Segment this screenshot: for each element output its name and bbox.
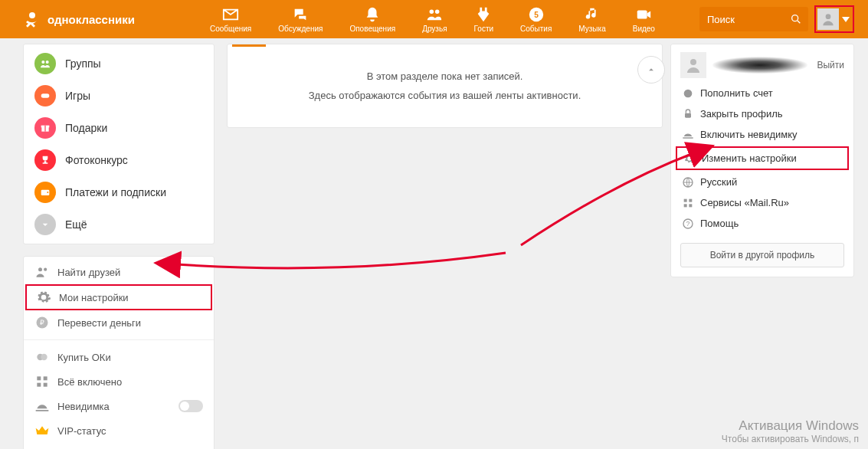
logout-link[interactable]: Выйти <box>817 60 844 70</box>
envelope-icon <box>222 6 239 23</box>
feed-empty-subtitle: Здесь отображаются события из вашей лент… <box>309 90 581 101</box>
sidebar-item-my-settings[interactable]: Мои настройки <box>25 284 212 310</box>
nav-discussions-label: Обсуждения <box>278 25 323 33</box>
svg-point-17 <box>44 268 47 271</box>
sidebar-item-games[interactable]: Игры <box>24 80 214 112</box>
sidebar-label: Невидимка <box>57 401 110 412</box>
sidebar-item-vip[interactable]: VIP-статус <box>24 418 214 443</box>
dropdown-label: Помощь <box>700 218 739 229</box>
gifts-icon <box>34 117 56 139</box>
invisible-toggle[interactable] <box>179 400 203 412</box>
sidebar-label: Ещё <box>65 218 87 231</box>
nav-events-label: События <box>520 25 552 33</box>
site-logo[interactable]: одноклассники <box>23 10 135 28</box>
nav-messages-label: Сообщения <box>210 25 251 33</box>
nav-events[interactable]: 5 События <box>520 6 552 33</box>
search-icon <box>790 13 802 25</box>
friends-icon <box>34 264 50 280</box>
friends-icon <box>426 6 443 23</box>
sidebar-label: Перевести деньги <box>57 317 141 329</box>
hat-icon <box>682 129 694 141</box>
site-name: одноклассники <box>47 13 135 26</box>
scroll-top-button[interactable] <box>637 56 665 84</box>
nav-friends-label: Друзья <box>422 25 447 33</box>
lock-icon <box>682 108 694 120</box>
nav-video[interactable]: Видео <box>633 6 655 33</box>
svg-rect-25 <box>44 383 47 387</box>
nav-discussions[interactable]: Обсуждения <box>278 6 323 33</box>
nav-music[interactable]: Музыка <box>578 6 605 33</box>
ruble-icon: ₽ <box>34 315 50 330</box>
sidebar-item-buy-ok[interactable]: Купить ОКи <box>24 345 214 369</box>
help-icon: ? <box>682 218 694 230</box>
sidebar-item-photocontest[interactable]: Фотоконкурс <box>24 144 214 176</box>
svg-text:5: 5 <box>534 10 539 18</box>
svg-text:?: ? <box>686 220 690 228</box>
windows-activation-watermark: Активация Windows Чтобы активировать Win… <box>722 418 859 444</box>
svg-point-8 <box>41 61 44 64</box>
watermark-sub: Чтобы активировать Windows, п <box>722 434 859 444</box>
svg-rect-36 <box>684 204 687 207</box>
avatar-icon <box>680 52 706 78</box>
coins-icon <box>682 87 694 100</box>
dropdown-item-change-settings[interactable]: Изменить настройки <box>676 146 849 170</box>
sidebar-label: Мои настройки <box>59 292 129 303</box>
sidebar-label: Найти друзей <box>57 267 120 278</box>
nav-guests[interactable]: Гости <box>474 6 493 33</box>
sidebar-item-find-friends[interactable]: Найти друзей <box>24 260 214 284</box>
login-other-profile-button[interactable]: Войти в другой профиль <box>680 243 844 267</box>
sidebar-secondary-panel: Найти друзей Мои настройки ₽ Перевести д… <box>23 256 215 449</box>
wallet-icon <box>34 182 56 203</box>
dropdown-item-help[interactable]: ? Помощь <box>671 213 853 234</box>
dropdown-label: Русский <box>700 176 737 188</box>
grid-icon <box>682 197 694 209</box>
sidebar-item-decorate[interactable]: Украсить страницу <box>24 443 214 449</box>
search-box <box>699 7 808 31</box>
dropdown-item-invisible[interactable]: Включить невидимку <box>671 124 853 145</box>
dropdown-item-close-profile[interactable]: Закрыть профиль <box>671 103 853 124</box>
sidebar-item-gifts[interactable]: Подарки <box>24 112 214 144</box>
watermark-title: Активация Windows <box>722 418 859 434</box>
svg-rect-10 <box>41 93 50 97</box>
nav-friends[interactable]: Друзья <box>422 6 447 33</box>
events-icon: 5 <box>528 6 545 23</box>
dropdown-item-language[interactable]: Русский <box>671 172 853 192</box>
profile-menu-button[interactable] <box>814 5 854 33</box>
nav-notifications[interactable]: Оповещения <box>349 6 395 33</box>
top-nav: Сообщения Обсуждения Оповещения Друзья Г… <box>165 6 699 33</box>
svg-rect-37 <box>689 204 692 207</box>
globe-icon <box>682 176 694 188</box>
sidebar-item-more[interactable]: Ещё <box>24 208 214 241</box>
hat-icon <box>34 398 50 414</box>
svg-point-30 <box>690 59 696 65</box>
main-layout: Группы Игры Подарки Фотоконкурс Платежи … <box>0 38 868 449</box>
chat-icon <box>292 6 309 23</box>
svg-point-0 <box>29 12 35 18</box>
sidebar-item-payments[interactable]: Платежи и подписки <box>24 176 214 208</box>
svg-point-7 <box>826 14 831 19</box>
dropdown-item-topup[interactable]: Пополнить счет <box>671 83 853 103</box>
sidebar-item-invisible[interactable]: Невидимка <box>24 394 214 418</box>
sidebar-label: Купить ОКи <box>57 352 111 363</box>
topbar: одноклассники Сообщения Обсуждения Опове… <box>0 0 868 38</box>
active-tab-indicator <box>232 44 266 47</box>
chevron-down-icon <box>34 214 56 235</box>
search-button[interactable] <box>784 7 808 31</box>
svg-point-21 <box>41 354 47 360</box>
svg-point-2 <box>435 9 440 13</box>
dropdown-item-mailru[interactable]: Сервисы «Mail.Ru» <box>671 192 853 213</box>
guests-icon <box>475 6 492 23</box>
nav-messages[interactable]: Сообщения <box>210 6 251 33</box>
groups-icon <box>34 53 56 74</box>
games-icon <box>34 85 56 107</box>
sidebar-label: Группы <box>65 57 101 70</box>
svg-rect-34 <box>684 198 687 202</box>
gear-icon <box>683 152 696 165</box>
search-input[interactable] <box>699 14 784 25</box>
username-redacted <box>712 57 807 74</box>
sidebar-item-all-inclusive[interactable]: Всё включено <box>24 369 214 394</box>
sidebar-item-send-money[interactable]: ₽ Перевести деньги <box>24 310 214 335</box>
sidebar-item-groups[interactable]: Группы <box>24 48 214 80</box>
svg-point-1 <box>430 9 434 13</box>
sidebar-main-panel: Группы Игры Подарки Фотоконкурс Платежи … <box>23 44 215 244</box>
